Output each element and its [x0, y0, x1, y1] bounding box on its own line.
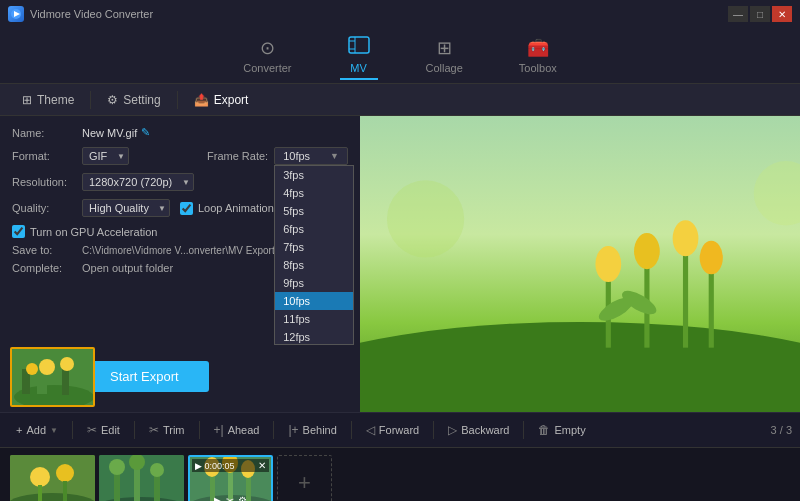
clip-row: ▶︎ 0:00:05 ✕ ▶ ✂ ⚙ +: [10, 455, 790, 501]
start-export-button[interactable]: Start Export: [80, 361, 209, 392]
edit-name-icon[interactable]: ✎: [141, 126, 150, 139]
export-button[interactable]: 📤 Export: [182, 89, 261, 111]
fps-dropdown[interactable]: 10fps ▼ 3fps 4fps 5fps 6fps 7fps 8fps 9f…: [274, 147, 348, 165]
timeline: ▶︎ 0:00:05 ✕ ▶ ✂ ⚙ +: [0, 447, 800, 501]
svg-point-23: [700, 241, 723, 274]
behind-button[interactable]: |+ Behind: [280, 419, 344, 441]
add-icon: +: [16, 424, 22, 436]
export-icon: 📤: [194, 93, 209, 107]
fps-item-3fps[interactable]: 3fps: [275, 166, 353, 184]
fps-item-11fps[interactable]: 11fps: [275, 310, 353, 328]
titlebar: Vidmore Video Converter — □ ✕: [0, 0, 800, 28]
fps-item-8fps[interactable]: 8fps: [275, 256, 353, 274]
clip-3-settings-icon[interactable]: ⚙: [238, 495, 247, 501]
divider-4: [273, 421, 274, 439]
clip-count: 3 / 3: [771, 424, 792, 436]
fps-dropdown-btn[interactable]: 10fps ▼: [274, 147, 348, 165]
loop-animation-checkbox[interactable]: [180, 202, 193, 215]
clip-thumb-1[interactable]: [10, 455, 95, 501]
fps-item-12fps[interactable]: 12fps: [275, 328, 353, 345]
minimize-button[interactable]: —: [728, 6, 748, 22]
divider-5: [351, 421, 352, 439]
quality-select[interactable]: High Quality: [82, 199, 170, 217]
edit-button[interactable]: ✂ Edit: [79, 419, 128, 441]
fps-item-9fps[interactable]: 9fps: [275, 274, 353, 292]
forward-button[interactable]: ◁ Forward: [358, 419, 427, 441]
save-path: C:\Vidmore\Vidmore V...onverter\MV Expor…: [82, 245, 286, 256]
setting-icon: ⚙: [107, 93, 118, 107]
nav-tabs: ⊙ Converter MV ⊞ Collage 🧰 Toolbox: [0, 28, 800, 84]
toolbar: ⊞ Theme ⚙ Setting 📤 Export: [0, 84, 800, 116]
ahead-button[interactable]: +| Ahead: [206, 419, 268, 441]
forward-label: Forward: [379, 424, 419, 436]
backward-label: Backward: [461, 424, 509, 436]
backward-icon: ▷: [448, 423, 457, 437]
clip-3-overlay: ▶︎ 0:00:05 ✕: [192, 459, 269, 472]
svg-rect-2: [349, 37, 369, 53]
svg-point-21: [634, 233, 660, 269]
edit-label: Edit: [101, 424, 120, 436]
collage-icon: ⊞: [437, 37, 452, 59]
tab-collage[interactable]: ⊞ Collage: [418, 33, 471, 78]
add-label: Add: [26, 424, 46, 436]
tab-toolbox[interactable]: 🧰 Toolbox: [511, 33, 565, 78]
svg-point-11: [39, 359, 55, 375]
theme-button[interactable]: ⊞ Theme: [10, 89, 86, 111]
resolution-select-wrapper[interactable]: 1280x720 (720p): [82, 173, 194, 191]
converter-icon: ⊙: [260, 37, 275, 59]
complete-label: Complete:: [12, 262, 82, 274]
clip-thumb-2[interactable]: [99, 455, 184, 501]
trim-button[interactable]: ✂ Trim: [141, 419, 193, 441]
fps-item-10fps[interactable]: 10fps: [275, 292, 353, 310]
empty-button[interactable]: 🗑 Empty: [530, 419, 593, 441]
toolbar-separator-2: [177, 91, 178, 109]
preview-thumbnail: [10, 347, 95, 407]
clip-3-cut-icon[interactable]: ✂: [226, 495, 234, 501]
open-output-folder-link[interactable]: Open output folder: [82, 262, 173, 274]
resolution-select[interactable]: 1280x720 (720p): [82, 173, 194, 191]
svg-point-30: [30, 467, 50, 487]
toolbar-separator-1: [90, 91, 91, 109]
theme-label: Theme: [37, 93, 74, 107]
close-button[interactable]: ✕: [772, 6, 792, 22]
divider-2: [134, 421, 135, 439]
svg-point-12: [60, 357, 74, 371]
svg-point-13: [26, 363, 38, 375]
svg-rect-37: [134, 465, 140, 501]
trim-label: Trim: [163, 424, 185, 436]
forward-icon: ◁: [366, 423, 375, 437]
svg-rect-18: [683, 245, 688, 348]
format-select[interactable]: GIF: [82, 147, 129, 165]
add-clip-button[interactable]: +: [277, 455, 332, 501]
add-button[interactable]: + Add ▼: [8, 420, 66, 440]
export-panel: Name: New MV.gif ✎ Format: GIF Frame Rat…: [0, 116, 360, 412]
main-content: Name: New MV.gif ✎ Format: GIF Frame Rat…: [0, 116, 800, 412]
tab-converter[interactable]: ⊙ Converter: [235, 33, 299, 78]
ahead-icon: +|: [214, 423, 224, 437]
backward-button[interactable]: ▷ Backward: [440, 419, 517, 441]
svg-point-26: [387, 180, 464, 257]
name-row: Name: New MV.gif ✎: [12, 126, 348, 139]
fps-item-7fps[interactable]: 7fps: [275, 238, 353, 256]
quality-select-wrapper[interactable]: High Quality: [82, 199, 170, 217]
fps-item-5fps[interactable]: 5fps: [275, 202, 353, 220]
clip-thumb-3[interactable]: ▶︎ 0:00:05 ✕ ▶ ✂ ⚙: [188, 455, 273, 501]
tab-mv[interactable]: MV: [340, 32, 378, 80]
clip-3-close-icon[interactable]: ✕: [258, 460, 266, 471]
resolution-label: Resolution:: [12, 176, 82, 188]
fps-dropdown-arrow-icon: ▼: [330, 151, 339, 161]
app-title: Vidmore Video Converter: [30, 8, 153, 20]
divider-7: [523, 421, 524, 439]
setting-button[interactable]: ⚙ Setting: [95, 89, 172, 111]
behind-label: Behind: [303, 424, 337, 436]
fps-item-4fps[interactable]: 4fps: [275, 184, 353, 202]
maximize-button[interactable]: □: [750, 6, 770, 22]
format-select-wrapper[interactable]: GIF: [82, 147, 129, 165]
fps-item-6fps[interactable]: 6fps: [275, 220, 353, 238]
svg-rect-10: [62, 367, 69, 395]
gpu-acceleration-checkbox[interactable]: [12, 225, 25, 238]
clip-3-play-icon[interactable]: ▶: [214, 495, 222, 501]
titlebar-controls: — □ ✕: [728, 6, 792, 22]
behind-icon: |+: [288, 423, 298, 437]
format-label: Format:: [12, 150, 82, 162]
